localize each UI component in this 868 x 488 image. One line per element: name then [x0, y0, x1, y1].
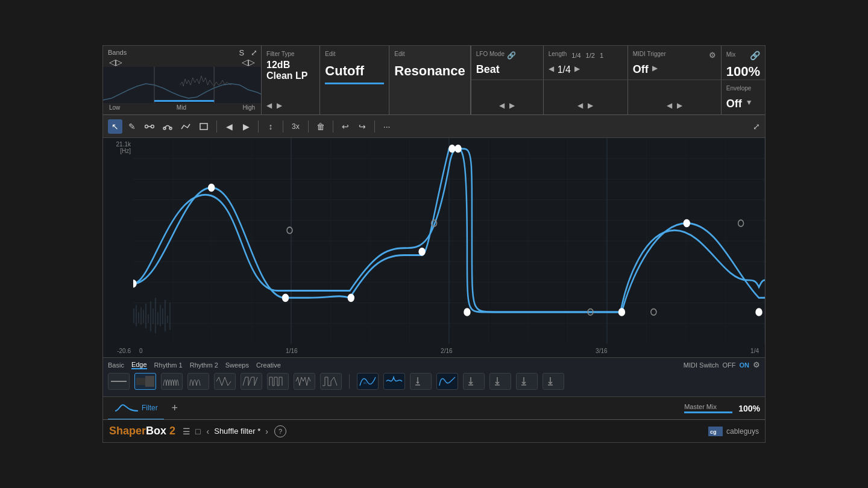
- svg-rect-49: [157, 312, 159, 325]
- arrows-ud-btn[interactable]: ↕: [263, 119, 278, 134]
- grid-area[interactable]: [133, 138, 765, 344]
- lfo-value[interactable]: Beat: [476, 63, 538, 76]
- s-button[interactable]: S: [239, 48, 244, 57]
- edit-cutoff-section[interactable]: Edit Cutoff: [320, 46, 389, 114]
- help-btn[interactable]: ?: [274, 425, 286, 437]
- lfo-prev[interactable]: ◀: [499, 101, 505, 110]
- segment-tool[interactable]: [178, 119, 193, 134]
- lfo-next[interactable]: ▶: [509, 101, 515, 110]
- filter-type-prev[interactable]: ◀: [266, 101, 272, 110]
- length-prev[interactable]: ◀: [549, 64, 554, 73]
- cat-rhythm1[interactable]: Rhythm 1: [154, 361, 183, 369]
- band-labels: Low Mid High: [103, 103, 261, 112]
- preset-next-btn[interactable]: ›: [265, 427, 268, 436]
- cat-basic[interactable]: Basic: [108, 361, 124, 369]
- length-opt-3[interactable]: 1: [600, 52, 603, 59]
- length-nav: ◀ 1/4 ▶: [549, 62, 623, 75]
- mix-link-icon[interactable]: 🔗: [750, 51, 760, 60]
- cg-logo: cg: [708, 427, 723, 436]
- length-header: Length 1/4 1/2 1: [549, 51, 623, 60]
- lfo-top: LFO Mode 🔗: [476, 51, 538, 60]
- cutoff-value[interactable]: Cutoff: [325, 63, 384, 79]
- midi-presets-gear[interactable]: ⚙: [753, 360, 760, 369]
- svg-point-59: [348, 294, 354, 301]
- preset-download5[interactable]: [542, 373, 564, 390]
- mix-top: Mix 🔗: [726, 51, 760, 60]
- preset-edge[interactable]: [134, 373, 156, 390]
- preset-wave1[interactable]: [161, 373, 183, 390]
- midi-bottom-prev[interactable]: ◀: [667, 101, 672, 110]
- select-tool[interactable]: [196, 119, 212, 134]
- cat-rhythm2[interactable]: Rhythm 2: [190, 361, 218, 369]
- preset-flat[interactable]: [108, 373, 130, 390]
- master-mix-label-text: Master Mix: [684, 403, 732, 413]
- band-handle-1[interactable]: ◁▷: [109, 57, 122, 67]
- length-next[interactable]: ▶: [574, 64, 580, 73]
- midi-gear-icon[interactable]: ⚙: [709, 51, 716, 60]
- preset-download4[interactable]: [516, 373, 538, 390]
- master-mix-bar: [684, 411, 732, 413]
- tab-filter-icon: [114, 402, 138, 414]
- preset-lfo1[interactable]: ♯♮: [357, 373, 379, 390]
- redo-btn[interactable]: ↪: [355, 119, 370, 134]
- preset-lfo3[interactable]: [436, 373, 458, 390]
- node-tool[interactable]: [142, 119, 157, 134]
- mix-label: Mix: [726, 51, 736, 58]
- preset-wave6[interactable]: [294, 373, 315, 390]
- midi-bottom-next[interactable]: ▶: [677, 101, 682, 110]
- envelope-arrow[interactable]: ▼: [746, 98, 753, 107]
- length-bottom-prev[interactable]: ◀: [577, 101, 583, 110]
- preset-wave5[interactable]: [267, 373, 289, 390]
- resonance-value[interactable]: Resonance: [394, 63, 465, 79]
- band-handle-2[interactable]: ◁▷: [242, 57, 255, 67]
- bottom-controls: ☰ □: [183, 427, 200, 436]
- prev-btn[interactable]: ◀: [222, 119, 236, 134]
- filter-type-value[interactable]: 12dB Clean LP: [266, 60, 315, 81]
- bands-waveform: [103, 67, 261, 103]
- preset-download2[interactable]: [463, 373, 485, 390]
- preset-wave7[interactable]: [320, 373, 342, 390]
- cursor-tool[interactable]: ↖: [108, 119, 122, 134]
- 3x-btn[interactable]: 3x: [288, 120, 303, 133]
- preset-download1[interactable]: [410, 373, 432, 390]
- smooth-tool[interactable]: [160, 119, 175, 134]
- preset-prev-btn[interactable]: ‹: [207, 427, 210, 436]
- midi-trigger-arrow[interactable]: ▶: [652, 64, 658, 72]
- preset-download3[interactable]: [489, 373, 511, 390]
- cableguys-brand: cg cableguys: [708, 427, 759, 436]
- cat-creative[interactable]: Creative: [256, 361, 281, 369]
- svg-rect-52: [165, 300, 166, 331]
- preset-wave4[interactable]: [241, 373, 262, 390]
- next-btn[interactable]: ▶: [239, 119, 253, 134]
- folder-btn[interactable]: □: [195, 427, 200, 436]
- menu-btn[interactable]: ☰: [183, 427, 190, 436]
- more-btn[interactable]: ···: [380, 119, 394, 134]
- edit-resonance-section[interactable]: Edit Resonance: [389, 46, 470, 114]
- tab-filter[interactable]: Filter: [108, 397, 164, 420]
- cat-sweeps[interactable]: Sweeps: [225, 361, 249, 369]
- expand-button[interactable]: ⤢: [251, 48, 257, 57]
- pencil-tool[interactable]: ✎: [125, 119, 139, 134]
- lfo-link-icon[interactable]: 🔗: [507, 51, 516, 60]
- filter-type-next[interactable]: ▶: [277, 101, 282, 110]
- length-opt-2[interactable]: 1/2: [586, 52, 595, 59]
- preset-wave2[interactable]: [187, 373, 209, 390]
- midi-trigger-value: Off: [633, 63, 649, 76]
- svg-rect-50: [160, 305, 161, 326]
- preset-wave3[interactable]: [214, 373, 236, 390]
- midi-switch-off[interactable]: OFF: [723, 361, 736, 369]
- mix-value[interactable]: 100%: [726, 64, 760, 80]
- brand-box: Box: [146, 425, 166, 437]
- length-opt-1[interactable]: 1/4: [571, 52, 580, 59]
- length-bottom-next[interactable]: ▶: [588, 101, 593, 110]
- main-editor[interactable]: 21.1k [Hz] -20.6: [103, 138, 765, 357]
- delete-btn[interactable]: 🗑: [313, 119, 328, 134]
- undo-btn[interactable]: ↩: [338, 119, 353, 134]
- midi-trigger-section: MIDI Trigger ⚙ Off ▶: [628, 46, 722, 80]
- master-mix-value[interactable]: 100%: [738, 404, 760, 413]
- cat-edge[interactable]: Edge: [131, 361, 147, 369]
- midi-switch-on[interactable]: ON: [740, 361, 750, 369]
- editor-expand-icon[interactable]: ⤢: [753, 122, 760, 131]
- add-tab-btn[interactable]: +: [166, 400, 183, 417]
- preset-lfo2[interactable]: [383, 373, 405, 390]
